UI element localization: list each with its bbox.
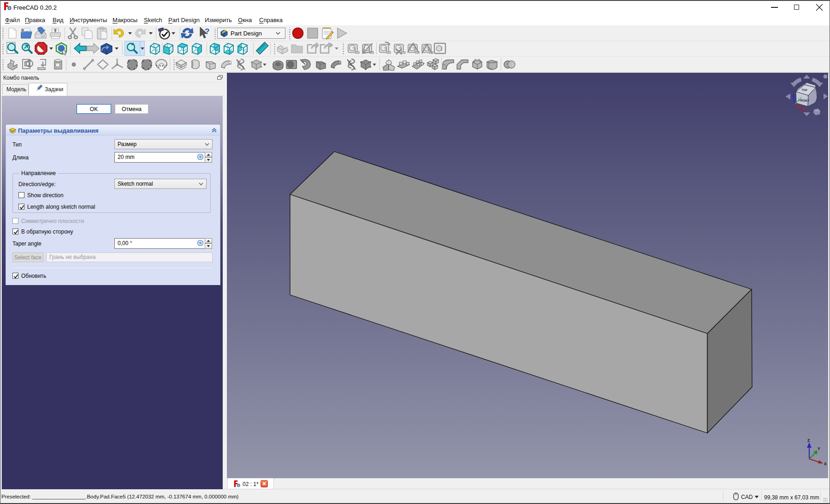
svg-text:Z: Z [807, 438, 810, 443]
svg-text:?: ? [205, 27, 209, 36]
svg-text:TOP: TOP [801, 88, 807, 92]
svg-text:X: X [824, 462, 827, 466]
svg-text:Y: Y [818, 446, 820, 451]
